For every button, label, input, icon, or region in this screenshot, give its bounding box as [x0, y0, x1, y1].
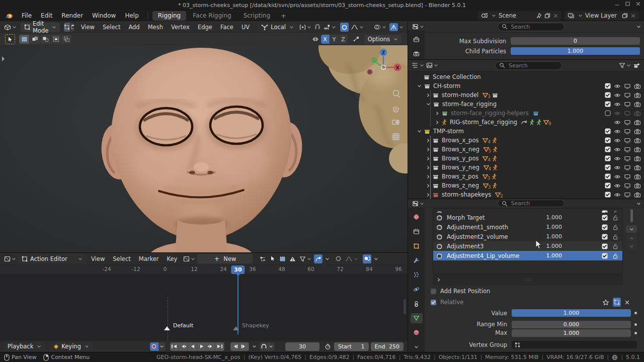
camera-toggle-icon[interactable]	[634, 183, 641, 189]
show-errors-icon[interactable]	[278, 254, 287, 263]
keying-dropdown[interactable]: Keying	[50, 342, 93, 351]
shape-key-row-adjustment3[interactable]: Adjustment3 1.000	[433, 241, 622, 251]
show-overlays-dropdown[interactable]	[373, 23, 387, 32]
camera-toggle-icon[interactable]	[634, 92, 641, 99]
chevron-down-icon[interactable]	[373, 254, 379, 263]
camera-toggle-icon[interactable]	[634, 101, 641, 108]
tab-overflow-icon[interactable]	[411, 342, 423, 352]
eye-toggle-icon[interactable]	[614, 183, 621, 189]
eye-toggle-icon[interactable]	[614, 101, 621, 108]
expand-icon[interactable]	[426, 138, 430, 143]
range-max-field[interactable]: 1.000	[512, 329, 631, 337]
select-invert-button[interactable]	[51, 35, 61, 44]
camera-toggle-icon[interactable]	[634, 192, 641, 198]
snap-target-dropdown[interactable]	[323, 23, 337, 32]
check-toggle-icon[interactable]	[605, 137, 611, 143]
eye-dim-toggle-icon[interactable]	[614, 110, 621, 117]
check-toggle-icon[interactable]	[605, 128, 611, 134]
outliner-row[interactable]: Brows_z_pos 3	[408, 172, 644, 181]
lock-open-icon[interactable]	[612, 243, 618, 249]
eye-toggle-icon[interactable]	[614, 173, 621, 180]
show-hidden-icon[interactable]	[269, 254, 277, 263]
maximize-icon[interactable]	[625, 1, 630, 7]
dopesheet-mode-dropdown[interactable]: Action Editor	[18, 254, 86, 263]
lock-open-icon[interactable]	[612, 253, 618, 259]
collapse-icon[interactable]	[417, 129, 422, 133]
range-min-field[interactable]: 0.000	[512, 321, 631, 328]
value-field[interactable]: 1.000	[512, 309, 631, 317]
pivot-point-dropdown[interactable]	[298, 23, 312, 32]
close-icon[interactable]	[623, 298, 631, 307]
uncheck-toggle-icon[interactable]	[605, 110, 611, 116]
outliner-filter-type-button[interactable]	[425, 61, 439, 70]
transform-orientation-dropdown[interactable]: Local	[258, 23, 297, 32]
pin-icon[interactable]	[536, 13, 542, 19]
monitor-toggle-icon[interactable]	[624, 155, 631, 162]
camera-toggle-icon[interactable]	[634, 137, 641, 144]
tool-tab[interactable]	[411, 34, 423, 45]
blender-menu-icon[interactable]	[5, 13, 13, 19]
chevron-down-icon[interactable]	[636, 25, 641, 29]
scrollbar[interactable]	[630, 209, 633, 222]
lock-open-icon[interactable]	[612, 215, 618, 221]
chevron-down-icon[interactable]	[159, 342, 165, 351]
workspace-tab-scripting[interactable]: Scripting	[238, 11, 276, 21]
expand-icon[interactable]	[426, 147, 430, 152]
chevron-down-icon[interactable]	[251, 342, 258, 351]
monitor-toggle-icon[interactable]	[624, 146, 631, 153]
vertical-scrollbar[interactable]	[404, 299, 406, 314]
check-toggle-icon[interactable]	[605, 183, 611, 189]
camera-toggle-icon[interactable]	[634, 164, 641, 171]
options-dropdown[interactable]: Options	[364, 35, 401, 44]
filter-dropdown[interactable]	[618, 61, 632, 70]
eye-toggle-icon[interactable]	[614, 155, 621, 162]
viewport-menu-view[interactable]: View	[77, 21, 99, 33]
monitor-toggle-icon[interactable]	[624, 192, 631, 198]
camera-toggle-icon[interactable]	[634, 119, 641, 126]
menu-window[interactable]: Window	[88, 10, 120, 21]
auto-keying-button[interactable]	[150, 342, 159, 351]
view-layer-selector[interactable]: View Layer	[565, 11, 639, 20]
play-reverse-button[interactable]	[188, 342, 197, 351]
monitor-toggle-icon[interactable]	[624, 92, 631, 99]
monitor-toggle-icon[interactable]	[624, 101, 631, 108]
eye-toggle-icon[interactable]	[614, 83, 621, 89]
dopesheet-menu-key[interactable]: Key	[163, 253, 182, 265]
expand-icon[interactable]	[426, 156, 430, 161]
modifiers-tab[interactable]	[411, 255, 423, 265]
current-frame-field[interactable]: 30	[285, 342, 319, 351]
outliner-row[interactable]: Brows_x_pos 4	[408, 136, 644, 145]
viewport-menu-edge[interactable]: Edge	[194, 21, 216, 33]
shape-key-row-morph-target[interactable]: Morph Target 1.000	[433, 213, 622, 222]
move-up-button[interactable]	[626, 235, 637, 242]
world-tab[interactable]	[411, 212, 423, 222]
mute-checkbox-icon[interactable]	[602, 224, 608, 230]
eye-toggle-icon[interactable]	[614, 92, 621, 99]
outliner-row[interactable]: CH-storm	[408, 81, 644, 90]
animate-dot-icon[interactable]	[634, 332, 637, 334]
jump-to-end-button[interactable]	[215, 342, 224, 351]
shape-key-row-adjustment1-smooth[interactable]: Adjustment1_smooth 1.000	[433, 222, 622, 232]
select-new-button[interactable]	[19, 35, 30, 44]
particles-tab[interactable]	[411, 270, 423, 280]
viewport-3d[interactable]: Z X	[0, 45, 408, 252]
monitor-dim-toggle-icon[interactable]	[624, 110, 631, 117]
eye-toggle-icon[interactable]	[614, 146, 621, 153]
outliner-row[interactable]: storm-shapekeys 2	[408, 190, 644, 199]
properties-search[interactable]	[498, 200, 565, 207]
monitor-toggle-icon[interactable]	[624, 137, 631, 144]
check-toggle-icon[interactable]	[605, 101, 611, 107]
outliner-search[interactable]	[495, 61, 562, 70]
snap-toggle-button[interactable]	[313, 23, 321, 32]
expand-icon[interactable]	[426, 165, 430, 170]
vertex-group-field[interactable]	[512, 341, 637, 348]
mode-dropdown[interactable]: Edit Mode	[21, 23, 60, 32]
eye-toggle-icon[interactable]	[614, 192, 621, 198]
proportional-editing-icon[interactable]	[334, 254, 343, 263]
chevron-down-icon[interactable]	[324, 254, 331, 263]
remove-view-layer-icon[interactable]	[630, 13, 636, 19]
shape-key-row-adjustment4-lip-volume[interactable]: Adjustment4_Lip_volume 1.000	[433, 251, 622, 260]
menu-render[interactable]: Render	[57, 10, 88, 21]
expand-panel-icon[interactable]	[437, 278, 441, 282]
menu-edit[interactable]: Edit	[36, 10, 57, 21]
